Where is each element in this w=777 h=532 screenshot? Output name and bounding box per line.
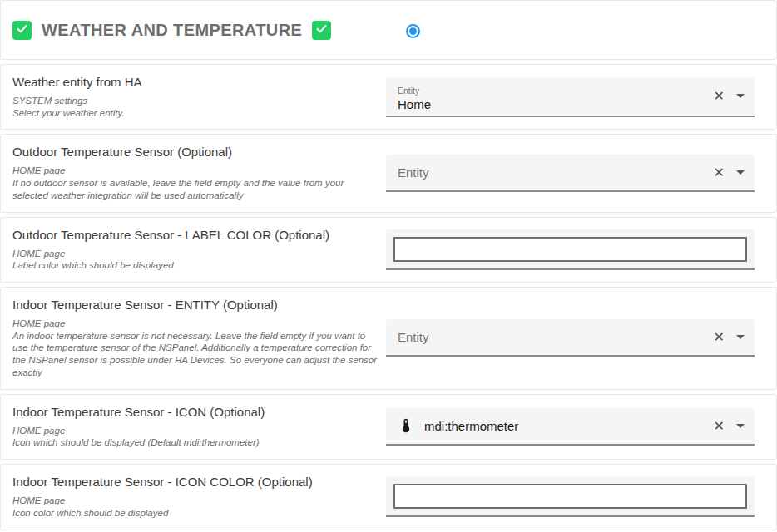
chevron-down-icon[interactable] [736,170,745,175]
setting-description: Label color which should be displayed [12,259,378,272]
setting-description-block: Outdoor Temperature Sensor - LABEL COLOR… [1,218,386,282]
setting-page-tag: HOME page [12,495,378,507]
input-well [386,476,755,517]
setting-row-outdoor-label-color: Outdoor Temperature Sensor - LABEL COLOR… [0,217,777,283]
setting-title: Outdoor Temperature Sensor (Optional) [12,145,378,159]
setting-description-block: Indoor Temperature Sensor - ICON (Option… [1,395,386,459]
select-placeholder: Entity [398,165,429,180]
indoor-temp-entity-select[interactable]: Entity ✕ [386,319,755,357]
select-placeholder: Entity [398,330,429,344]
chevron-down-icon[interactable] [736,424,745,428]
setting-title: Outdoor Temperature Sensor - LABEL COLOR… [12,228,378,242]
setting-page-tag: HOME page [12,248,378,260]
clear-icon[interactable]: ✕ [707,165,731,180]
check-icon [315,22,328,38]
outdoor-temp-entity-select[interactable]: Entity ✕ [386,155,755,192]
select-float-label: Entity [398,80,707,96]
radio-selected-dot [409,27,417,35]
setting-title: Indoor Temperature Sensor - ICON (Option… [12,405,378,419]
setting-row-outdoor-temp-entity: Outdoor Temperature Sensor (Optional) HO… [0,134,777,212]
setting-description: Select your weather entity. [12,107,378,120]
chevron-down-icon[interactable] [736,335,745,339]
section-title: WEATHER AND TEMPERATURE [42,21,302,40]
section-radio-button[interactable] [406,24,420,38]
section-enabled-checkbox-right[interactable] [312,21,331,40]
setting-title: Indoor Temperature Sensor - ENTITY (Opti… [12,298,378,312]
check-icon [16,22,28,38]
setting-title: Indoor Temperature Sensor - ICON COLOR (… [12,475,378,489]
indoor-icon-select[interactable]: mdi:thermometer ✕ [386,408,755,446]
setting-description: Icon which should be displayed (Default … [12,436,378,449]
setting-title: Weather entity from HA [12,75,378,89]
weather-entity-select[interactable]: Entity Home ✕ [386,77,755,117]
setting-description: If no outdoor sensor is available, leave… [12,177,378,201]
section-enabled-checkbox-left[interactable] [12,21,32,40]
outdoor-label-color-input[interactable] [393,237,747,262]
setting-description-block: Weather entity from HA SYSTEM settings S… [1,65,386,129]
clear-icon[interactable]: ✕ [707,329,731,345]
setting-row-indoor-temp-entity: Indoor Temperature Sensor - ENTITY (Opti… [0,287,777,390]
select-value: Home [398,96,707,113]
setting-description-block: Indoor Temperature Sensor - ENTITY (Opti… [1,288,386,389]
settings-page: WEATHER AND TEMPERATURE Weather entity f… [0,0,777,532]
setting-page-tag: SYSTEM settings [12,95,378,107]
clear-icon[interactable]: ✕ [707,88,731,104]
chevron-down-icon[interactable] [736,94,745,98]
setting-description-block: Outdoor Temperature Sensor (Optional) HO… [1,135,386,211]
setting-description: Icon color which should be displayed [12,507,378,520]
indoor-icon-color-input[interactable] [393,484,747,509]
thermometer-icon [398,417,414,434]
setting-row-indoor-icon-color: Indoor Temperature Sensor - ICON COLOR (… [0,464,777,530]
setting-description: An indoor temperature sensor is not nece… [12,330,378,379]
input-well [386,229,755,270]
setting-row-weather-entity: Weather entity from HA SYSTEM settings S… [0,64,777,130]
select-value: mdi:thermometer [424,418,518,435]
setting-row-indoor-icon: Indoor Temperature Sensor - ICON (Option… [0,394,777,460]
setting-description-block: Indoor Temperature Sensor - ICON COLOR (… [1,465,386,529]
clear-icon[interactable]: ✕ [707,418,731,434]
setting-page-tag: HOME page [12,425,378,437]
section-header: WEATHER AND TEMPERATURE [0,0,777,60]
setting-page-tag: HOME page [12,318,378,330]
setting-page-tag: HOME page [12,165,378,177]
